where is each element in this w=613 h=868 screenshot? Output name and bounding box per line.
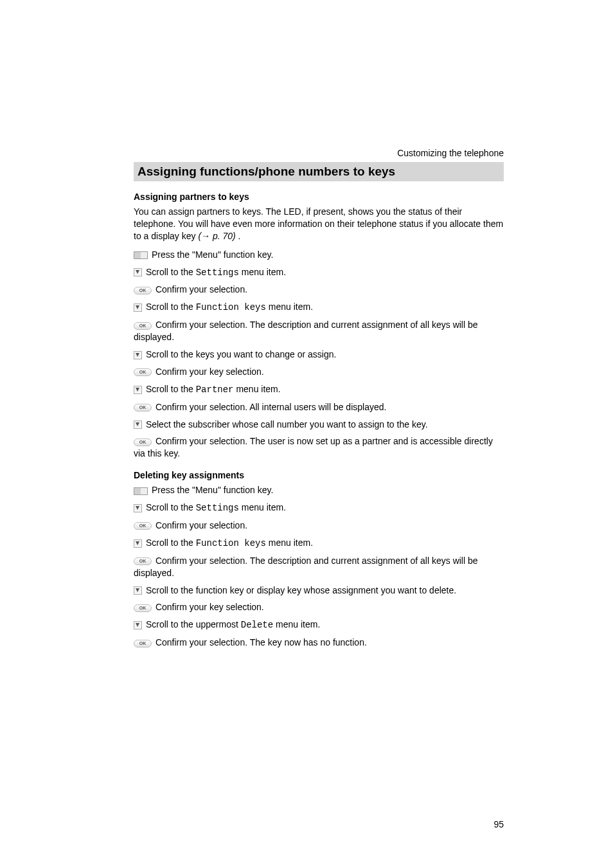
s1-step10: Select the subscriber whose call number … bbox=[134, 419, 504, 431]
scroll-down-icon bbox=[134, 268, 142, 276]
s2-step8: Scroll to the uppermost Delete menu item… bbox=[134, 619, 504, 631]
s1-step9: OK Confirm your selection. All internal … bbox=[134, 401, 504, 413]
scroll-down-icon bbox=[134, 386, 142, 394]
s1-step1: Press the "Menu" function key. bbox=[134, 249, 504, 261]
assigning-partners-heading: Assigning partners to keys bbox=[134, 192, 504, 202]
scroll-down-icon bbox=[134, 351, 142, 359]
function-keys-menu-item: Function keys bbox=[196, 538, 266, 548]
settings-menu-item: Settings bbox=[196, 267, 239, 278]
s1-step6: Scroll to the keys you want to change or… bbox=[134, 348, 504, 361]
s1-step8: Scroll to the Partner menu item. bbox=[134, 383, 504, 396]
s1-step11: OK Confirm your selection. The user is n… bbox=[134, 435, 504, 460]
ok-key-icon: OK bbox=[134, 322, 152, 330]
menu-key-icon bbox=[134, 251, 148, 259]
scroll-down-icon bbox=[134, 504, 142, 512]
scroll-down-icon bbox=[134, 303, 142, 312]
intro-paragraph: You can assign partners to keys. The LED… bbox=[134, 206, 504, 242]
page-number: 95 bbox=[493, 819, 504, 829]
s1-step5: OK Confirm your selection. The descripti… bbox=[134, 319, 504, 343]
s2-step6: Scroll to the function key or display ke… bbox=[134, 584, 504, 597]
ok-key-icon: OK bbox=[134, 604, 152, 612]
s2-step2: Scroll to the Settings menu item. bbox=[134, 502, 504, 514]
s1-step2: Scroll to the Settings menu item. bbox=[134, 266, 504, 279]
delete-menu-item: Delete bbox=[241, 620, 273, 630]
header-right: Customizing the telephone bbox=[134, 148, 504, 158]
s2-step4: Scroll to the Function keys menu item. bbox=[134, 537, 504, 550]
page-reference: (→ p. 70) bbox=[198, 231, 235, 241]
s1-step7: OK Confirm your key selection. bbox=[134, 366, 504, 378]
menu-key-icon bbox=[134, 487, 148, 495]
ok-key-icon: OK bbox=[134, 439, 152, 446]
ok-key-icon: OK bbox=[134, 368, 152, 376]
intro-text: You can assign partners to keys. The LED… bbox=[134, 206, 503, 241]
section-title: Assigning functions/phone numbers to key… bbox=[134, 162, 504, 181]
s1-step4: Scroll to the Function keys menu item. bbox=[134, 301, 504, 314]
ok-key-icon: OK bbox=[134, 557, 152, 565]
ok-key-icon: OK bbox=[134, 287, 152, 294]
s2-step1: Press the "Menu" function key. bbox=[134, 484, 504, 496]
ok-key-icon: OK bbox=[134, 640, 152, 647]
settings-menu-item: Settings bbox=[196, 503, 239, 513]
page: Customizing the telephone Assigning func… bbox=[0, 0, 613, 868]
scroll-down-icon bbox=[134, 586, 142, 595]
s2-step7: OK Confirm your key selection. bbox=[134, 601, 504, 613]
ok-key-icon: OK bbox=[134, 522, 152, 530]
scroll-down-icon bbox=[134, 420, 142, 429]
scroll-down-icon bbox=[134, 539, 142, 548]
s2-step3: OK Confirm your selection. bbox=[134, 520, 504, 532]
scroll-down-icon bbox=[134, 621, 142, 629]
s1-step3: OK Confirm your selection. bbox=[134, 284, 504, 296]
s2-step9: OK Confirm your selection. The key now h… bbox=[134, 637, 504, 649]
ok-key-icon: OK bbox=[134, 404, 152, 411]
deleting-assignments-heading: Deleting key assignments bbox=[134, 470, 504, 480]
function-keys-menu-item: Function keys bbox=[196, 302, 266, 312]
partner-menu-item: Partner bbox=[196, 384, 234, 395]
s2-step5: OK Confirm your selection. The descripti… bbox=[134, 555, 504, 579]
